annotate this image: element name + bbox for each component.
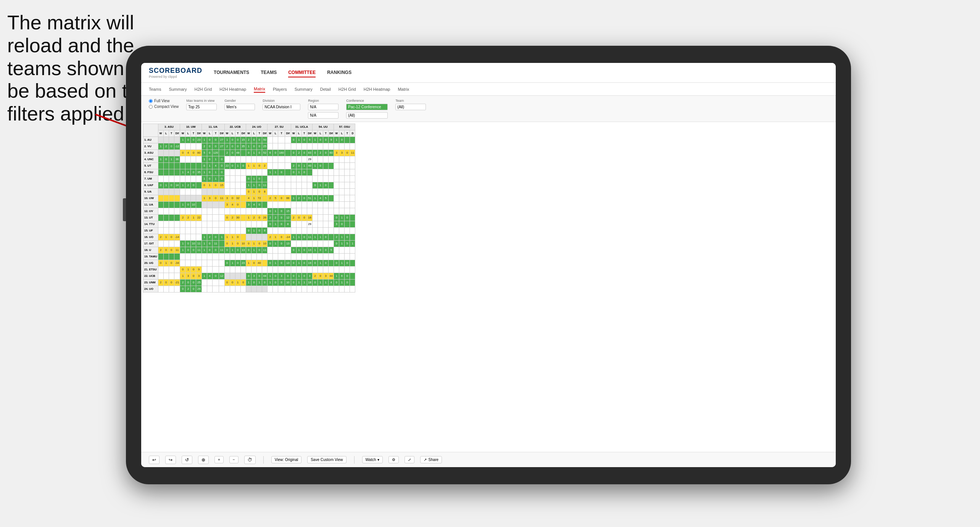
sh-w2: W bbox=[180, 130, 185, 137]
refresh-button[interactable]: ↺ bbox=[182, 456, 192, 464]
sh-w9: W bbox=[334, 130, 339, 137]
save-custom-button[interactable]: Save Custom View bbox=[307, 456, 346, 463]
watch-chevron-icon: ▾ bbox=[377, 458, 379, 462]
sh-l6: L bbox=[273, 130, 278, 137]
logo-title: SCOREBOARD bbox=[149, 67, 202, 75]
tablet-frame: SCOREBOARD Powered by clippd TOURNAMENTS… bbox=[126, 46, 851, 484]
logo-area: SCOREBOARD Powered by clippd bbox=[149, 67, 202, 79]
subnav-h2hheatmap2[interactable]: H2H Heatmap bbox=[364, 86, 390, 92]
col-header-uu: 54. UU bbox=[313, 124, 334, 130]
col-header-uo: 24. UO bbox=[246, 124, 268, 130]
team-select[interactable]: (All) bbox=[395, 104, 426, 110]
region-select[interactable]: N/A bbox=[308, 104, 338, 110]
sub-nav: Teams Summary H2H Grid H2H Heatmap Matri… bbox=[141, 83, 836, 96]
tablet-side-button bbox=[123, 198, 126, 221]
sh-t1: T bbox=[169, 130, 174, 137]
subnav-matrix2[interactable]: Matrix bbox=[398, 86, 409, 92]
watch-button[interactable]: Watch ▾ bbox=[362, 456, 383, 463]
full-view-radio[interactable]: Full View bbox=[149, 99, 179, 103]
table-row: 3. ASU 04080 50120 2048 01052 60160 0208… bbox=[143, 150, 355, 156]
logo-subtitle: Powered by clippd bbox=[149, 75, 202, 79]
tablet-screen: SCOREBOARD Powered by clippd TOURNAMENTS… bbox=[141, 63, 836, 467]
app-header: SCOREBOARD Powered by clippd TOURNAMENTS… bbox=[141, 63, 836, 83]
table-row: 12. UV 01015 bbox=[143, 208, 355, 215]
view-original-button[interactable]: View: Original bbox=[271, 456, 302, 463]
sh-d6: Dif bbox=[285, 130, 291, 137]
sh-t7: T bbox=[301, 130, 307, 137]
toolbar-separator2 bbox=[354, 456, 355, 464]
subnav-matrix1[interactable]: Matrix bbox=[254, 86, 265, 93]
undo-icon: ↩ bbox=[152, 457, 156, 463]
compact-view-label: Compact View bbox=[154, 104, 179, 109]
row-label-ua2: 11. UA bbox=[143, 202, 158, 208]
sh-d2: Dif bbox=[196, 130, 201, 137]
row-label-ug: 20. UG bbox=[143, 260, 158, 267]
sh-d3: Dif bbox=[219, 130, 224, 137]
subnav-summary1[interactable]: Summary bbox=[169, 86, 187, 92]
zoom-out-button[interactable]: − bbox=[229, 456, 239, 463]
sh-t4: T bbox=[235, 130, 240, 137]
timer-icon: ⏱ bbox=[248, 457, 252, 463]
conference-select2[interactable]: (All) bbox=[346, 112, 388, 119]
zoom-fit-button[interactable]: ⊕ bbox=[198, 456, 209, 464]
col-header-osu: 57. OSU bbox=[334, 124, 355, 130]
subnav-players[interactable]: Players bbox=[273, 86, 287, 92]
subnav-h2hheatmap1[interactable]: H2H Heatmap bbox=[219, 86, 246, 92]
subnav-h2hgrid1[interactable]: H2H Grid bbox=[194, 86, 212, 92]
main-nav: TOURNAMENTS TEAMS COMMITTEE RANKINGS bbox=[214, 68, 351, 77]
nav-committee[interactable]: COMMITTEE bbox=[288, 68, 316, 77]
save-custom-label: Save Custom View bbox=[311, 458, 343, 462]
redo-button[interactable]: ↪ bbox=[165, 456, 176, 464]
row-label-vu: 2. VU bbox=[143, 143, 158, 150]
subnav-detail[interactable]: Detail bbox=[320, 86, 331, 92]
row-label-ucb: 22. UCB bbox=[143, 273, 158, 280]
compact-view-radio[interactable]: Compact View bbox=[149, 104, 179, 109]
max-teams-select[interactable]: Top 25 Top 50 All bbox=[186, 104, 217, 110]
gender-label: Gender bbox=[224, 99, 255, 103]
bottom-toolbar: ↩ ↪ ↺ ⊕ + − ⏱ View: Original Save Custom… bbox=[141, 452, 836, 467]
conference-filter: Conference Pac-12 Conference (All) (All) bbox=[346, 99, 388, 119]
table-row: 1. AU 10023 10027 10015 20050 0105 1009 … bbox=[143, 137, 355, 143]
row-label-ut: 5. UT bbox=[143, 163, 158, 169]
subnav-teams[interactable]: Teams bbox=[149, 86, 161, 92]
region-filter: Region N/A N/A bbox=[308, 99, 338, 119]
table-row: 23. UNM 200-21 20025 0010 1010 10010 011… bbox=[143, 280, 355, 286]
row-label-etsu: 21. ETSU bbox=[143, 267, 158, 273]
expand-button[interactable]: ⤢ bbox=[405, 456, 414, 463]
table-row: 9. UA 0108 bbox=[143, 189, 355, 195]
conference-select[interactable]: Pac-12 Conference (All) bbox=[346, 104, 388, 110]
table-row: 21. ETSU 0109 bbox=[143, 267, 355, 273]
row-label-uo: 16. UO bbox=[143, 234, 158, 241]
nav-teams[interactable]: TEAMS bbox=[261, 68, 277, 77]
nav-rankings[interactable]: RANKINGS bbox=[327, 68, 351, 77]
region-select2[interactable]: N/A bbox=[308, 112, 338, 119]
sh-d1: Dif bbox=[174, 130, 180, 137]
row-label-ua: 9. UA bbox=[143, 189, 158, 195]
timer-button[interactable]: ⏱ bbox=[244, 456, 256, 464]
max-teams-filter: Max teams in view Top 25 Top 50 All bbox=[186, 99, 217, 110]
subnav-summary2[interactable]: Summary bbox=[295, 86, 313, 92]
subnav-h2hgrid2[interactable]: H2H Grid bbox=[338, 86, 356, 92]
sh-w8: W bbox=[313, 130, 318, 137]
table-row: 19. TAMU bbox=[143, 254, 355, 260]
settings-button[interactable]: ⚙ bbox=[388, 456, 399, 463]
gender-select[interactable]: Men's Women's bbox=[224, 104, 255, 110]
full-view-label: Full View bbox=[154, 99, 169, 103]
sh-l8: L bbox=[318, 130, 323, 137]
row-label-um: 7. UM bbox=[143, 176, 158, 182]
nav-tournaments[interactable]: TOURNAMENTS bbox=[214, 68, 249, 77]
col-header-ucb: 22. UCB bbox=[224, 124, 246, 130]
undo-button[interactable]: ↩ bbox=[149, 456, 160, 464]
sh-w6: W bbox=[268, 130, 273, 137]
row-label-uf: 15. UF bbox=[143, 228, 158, 234]
matrix-container[interactable]: 3. ASU 10. UW 11. UA 22. UCB 24. UO 27. … bbox=[141, 122, 836, 452]
division-select[interactable]: NCAA Division I NCAA Division II NCAA Di… bbox=[263, 104, 300, 110]
share-button[interactable]: ↗ Share bbox=[420, 456, 442, 463]
empty-header bbox=[143, 124, 158, 137]
sh-w3: W bbox=[201, 130, 207, 137]
row-label-tamu: 19. TAMU bbox=[143, 254, 158, 260]
conference-label: Conference bbox=[346, 99, 388, 103]
matrix-table: 3. ASU 10. UW 11. UA 22. UCB 24. UO 27. … bbox=[143, 124, 355, 292]
zoom-in-button[interactable]: + bbox=[214, 456, 224, 463]
table-row: 4. UNC 10136 1010 29 bbox=[143, 156, 355, 163]
